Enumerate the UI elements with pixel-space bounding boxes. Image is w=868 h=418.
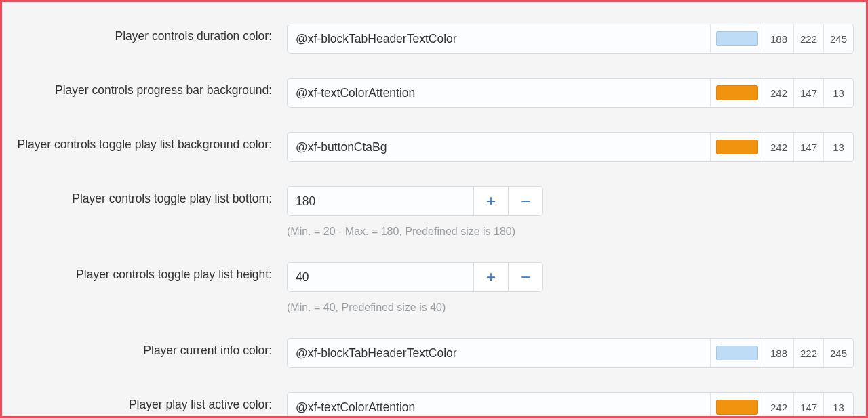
color-swatch[interactable] — [716, 85, 758, 100]
form-row: Player current info color:188222245 — [14, 338, 854, 368]
field-input-col: 24214713 — [287, 78, 854, 108]
rgb-r-value[interactable]: 242 — [764, 393, 793, 418]
rgb-r-value[interactable]: 188 — [764, 339, 793, 367]
field-label: Player controls duration color: — [14, 24, 287, 43]
settings-form: Player controls duration color:188222245… — [2, 2, 866, 416]
color-swatch[interactable] — [716, 400, 758, 415]
minus-icon: − — [521, 268, 530, 287]
color-input-row: 188222245 — [287, 338, 854, 368]
rgb-g-value[interactable]: 147 — [793, 133, 823, 161]
field-label: Player play list active color: — [14, 392, 287, 412]
rgb-b-value[interactable]: 13 — [823, 79, 853, 107]
field-input-col: 188222245 — [287, 338, 854, 368]
form-row: Player controls progress bar background:… — [14, 78, 854, 108]
field-input-col: 24214713 — [287, 392, 854, 418]
number-input-row: +− — [287, 262, 543, 292]
form-row: Player controls toggle play list height:… — [14, 262, 854, 314]
number-input-row: +− — [287, 186, 543, 216]
color-input-row: 24214713 — [287, 392, 854, 418]
increment-button[interactable]: + — [473, 186, 509, 216]
color-swatch-wrap — [710, 133, 764, 161]
number-value-input[interactable] — [287, 262, 474, 292]
color-swatch[interactable] — [716, 31, 758, 46]
form-row: Player controls toggle play list backgro… — [14, 132, 854, 162]
color-input-row: 24214713 — [287, 132, 854, 162]
rgb-r-value[interactable]: 188 — [764, 24, 793, 53]
color-swatch-wrap — [710, 339, 764, 367]
increment-button[interactable]: + — [473, 262, 509, 292]
field-input-col: 188222245 — [287, 24, 854, 54]
rgb-b-value[interactable]: 13 — [823, 393, 853, 418]
color-swatch-wrap — [710, 79, 764, 107]
color-value-input[interactable] — [288, 24, 710, 53]
color-swatch[interactable] — [716, 140, 758, 154]
rgb-g-value[interactable]: 222 — [793, 339, 823, 367]
form-row: Player controls toggle play list bottom:… — [14, 186, 854, 238]
field-input-col: 24214713 — [287, 132, 854, 162]
field-hint: (Min. = 20 - Max. = 180, Predefined size… — [287, 226, 854, 238]
form-row: Player controls duration color:188222245 — [14, 24, 854, 54]
plus-icon: + — [486, 268, 496, 287]
field-input-col: +−(Min. = 20 - Max. = 180, Predefined si… — [287, 186, 854, 238]
color-value-input[interactable] — [288, 79, 710, 107]
field-label: Player controls toggle play list backgro… — [14, 132, 287, 152]
color-swatch-wrap — [710, 393, 764, 418]
rgb-b-value[interactable]: 245 — [823, 339, 853, 367]
rgb-g-value[interactable]: 147 — [793, 393, 823, 418]
color-value-input[interactable] — [288, 133, 710, 161]
color-swatch[interactable] — [716, 346, 758, 360]
plus-icon: + — [486, 192, 496, 211]
field-hint: (Min. = 40, Predefined size is 40) — [287, 301, 854, 314]
color-value-input[interactable] — [288, 339, 710, 367]
rgb-b-value[interactable]: 245 — [823, 24, 853, 53]
color-input-row: 188222245 — [287, 24, 854, 54]
rgb-r-value[interactable]: 242 — [764, 79, 793, 107]
decrement-button[interactable]: − — [508, 262, 543, 292]
field-label: Player controls progress bar background: — [14, 78, 287, 98]
field-input-col: +−(Min. = 40, Predefined size is 40) — [287, 262, 854, 314]
field-label: Player controls toggle play list height: — [14, 262, 287, 282]
color-swatch-wrap — [710, 24, 764, 53]
form-row: Player play list active color:24214713 — [14, 392, 854, 418]
color-value-input[interactable] — [288, 393, 710, 418]
minus-icon: − — [521, 192, 530, 211]
rgb-r-value[interactable]: 242 — [764, 133, 793, 161]
rgb-g-value[interactable]: 147 — [793, 79, 823, 107]
field-label: Player current info color: — [14, 338, 287, 358]
number-value-input[interactable] — [287, 186, 474, 216]
field-label: Player controls toggle play list bottom: — [14, 186, 287, 206]
rgb-g-value[interactable]: 222 — [793, 24, 823, 53]
decrement-button[interactable]: − — [508, 186, 543, 216]
color-input-row: 24214713 — [287, 78, 854, 108]
rgb-b-value[interactable]: 13 — [823, 133, 853, 161]
